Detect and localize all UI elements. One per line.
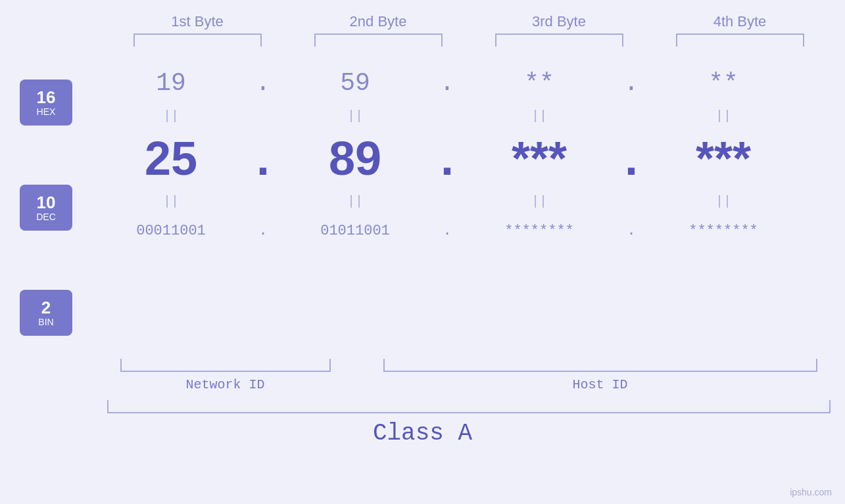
hex-dot-1: . — [243, 69, 283, 97]
hex-badge-label: HEX — [37, 106, 56, 117]
bin-byte-1: 00011001 — [99, 223, 243, 239]
hex-dot-2: . — [427, 69, 467, 97]
outer-bracket — [107, 400, 831, 413]
byte-headers-row: 1st Byte 2nd Byte 3rd Byte 4th Byte — [107, 13, 831, 30]
network-bracket — [120, 359, 331, 372]
bracket-top-3 — [495, 34, 623, 47]
dec-badge-label: DEC — [36, 212, 56, 222]
spacer-left — [107, 359, 120, 372]
bin-dot-1: . — [243, 223, 283, 239]
dec-badge: 10 DEC — [20, 185, 72, 231]
hex-byte-1: 19 — [99, 69, 243, 97]
bin-byte-3: ******** — [467, 223, 612, 239]
bracket-top-1 — [133, 34, 262, 47]
eq-5: || — [99, 194, 243, 209]
top-brackets — [107, 34, 831, 53]
hex-row: 19 . 59 . ** . ** — [99, 60, 845, 106]
host-bracket — [383, 359, 817, 372]
bin-badge-label: BIN — [38, 317, 53, 327]
bracket-top-2 — [314, 34, 443, 47]
bin-dot-2: . — [427, 223, 467, 239]
class-label: Class A — [373, 420, 472, 447]
network-id-label: Network ID — [120, 377, 331, 392]
dec-byte-1: 25 — [99, 131, 243, 185]
bin-row: 00011001 . 01011001 . ******** . — [99, 211, 845, 250]
main-container: 1st Byte 2nd Byte 3rd Byte 4th Byte 16 H… — [0, 0, 845, 504]
dec-badge-number: 10 — [37, 193, 56, 212]
content-area: 16 HEX 10 DEC 2 BIN 19 . — [0, 60, 845, 355]
bin-byte-4: ******** — [651, 223, 796, 239]
dec-row: 25 . 89 . *** . *** — [99, 126, 845, 191]
byte-header-1: 1st Byte — [132, 13, 263, 30]
eq-8: || — [651, 194, 796, 209]
spacer-mid — [331, 359, 383, 372]
dec-byte-2: 89 — [283, 131, 427, 185]
byte-header-3: 3rd Byte — [493, 13, 625, 30]
bracket-top-4 — [676, 34, 804, 47]
bottom-brackets — [107, 359, 831, 372]
dec-byte-4: *** — [651, 131, 796, 185]
ip-display-grid: 19 . 59 . ** . ** — [99, 60, 845, 250]
hex-byte-4: ** — [651, 69, 796, 97]
dec-dot-1: . — [243, 131, 283, 185]
eq-6: || — [283, 194, 427, 209]
eq-7: || — [467, 194, 612, 209]
byte-header-4: 4th Byte — [674, 13, 806, 30]
dec-dot-2: . — [427, 131, 467, 185]
bin-badge: 2 BIN — [20, 290, 72, 336]
equals-row-1: || || || || — [99, 106, 845, 126]
bin-badge-number: 2 — [41, 298, 51, 317]
eq-4: || — [651, 108, 796, 124]
equals-row-2: || || || || — [99, 191, 845, 211]
bottom-section: Network ID Host ID — [107, 359, 831, 392]
hex-badge-number: 16 — [37, 88, 56, 107]
bin-dot-3: . — [612, 223, 651, 239]
eq-1: || — [99, 108, 243, 124]
hex-badge: 16 HEX — [20, 80, 72, 126]
byte-header-2: 2nd Byte — [312, 13, 444, 30]
watermark: ipshu.com — [790, 487, 832, 497]
bin-byte-2: 01011001 — [283, 223, 427, 239]
id-labels: Network ID Host ID — [107, 377, 831, 392]
hex-dot-3: . — [612, 69, 651, 97]
badges-column: 16 HEX 10 DEC 2 BIN — [20, 60, 72, 355]
hex-byte-3: ** — [467, 69, 612, 97]
dec-byte-3: *** — [467, 131, 612, 185]
host-id-label: Host ID — [383, 377, 817, 392]
eq-2: || — [283, 108, 427, 124]
eq-3: || — [467, 108, 612, 124]
hex-byte-2: 59 — [283, 69, 427, 97]
dec-dot-3: . — [612, 131, 651, 185]
